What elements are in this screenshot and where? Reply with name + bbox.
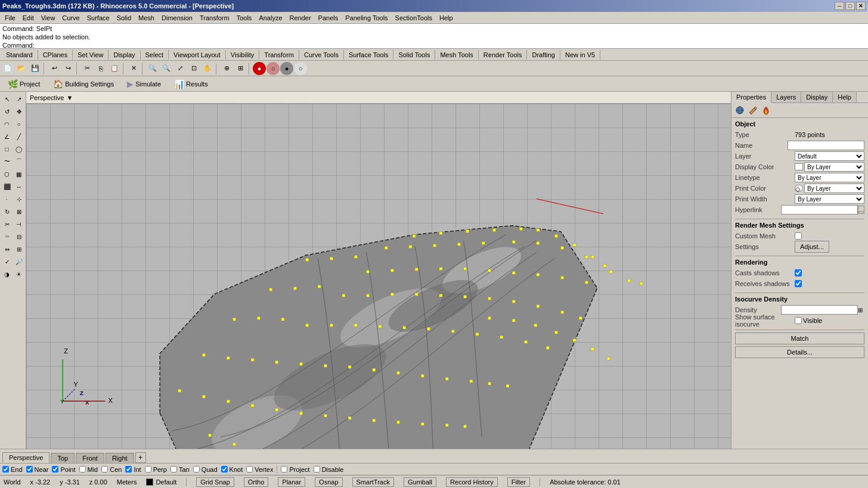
zoom-out[interactable]: 🔍 (160, 62, 173, 75)
tab-solid-tools[interactable]: Solid Tools (393, 50, 435, 60)
show-isocurve-checkbox[interactable] (795, 317, 802, 324)
menu-transform[interactable]: Transform (196, 13, 233, 23)
hyperlink-input[interactable] (781, 205, 858, 215)
render-btn3[interactable]: ● (280, 62, 293, 75)
snap-toggle[interactable]: ⊕ (220, 62, 233, 75)
undo-button[interactable]: ↩ (48, 62, 61, 75)
copy-button[interactable]: ⎘ (94, 62, 107, 75)
menu-render[interactable]: Render (286, 13, 315, 23)
menu-section-tools[interactable]: SectionTools (392, 13, 436, 23)
print-color-swatch[interactable]: ◇ (795, 185, 803, 192)
pan-view[interactable]: ✥ (13, 105, 24, 117)
cut-button[interactable]: ✂ (80, 62, 94, 75)
rect-tool[interactable]: □ (1, 143, 13, 155)
menu-file[interactable]: File (1, 13, 19, 23)
viewport-tab-top[interactable]: Top (51, 453, 75, 463)
menu-paneling-tools[interactable]: Paneling Tools (342, 13, 391, 23)
analyze-tool[interactable]: 🔎 (13, 256, 24, 268)
snap-vertex-checkbox[interactable] (246, 466, 253, 473)
tab-help[interactable]: Help (833, 92, 857, 102)
extend-tool[interactable]: ⊣ (13, 218, 24, 230)
properties-flame-icon[interactable] (760, 104, 772, 116)
casts-shadows-checkbox[interactable] (795, 269, 802, 276)
tab-cplanes[interactable]: CPlanes (38, 50, 73, 60)
viewport-tab-perspective[interactable]: Perspective (2, 452, 49, 463)
ellipse-tool[interactable]: ◯ (13, 143, 24, 155)
layer-select[interactable]: Default (795, 151, 864, 161)
adjust-button[interactable]: Adjust... (795, 241, 829, 253)
array-tool[interactable]: ⊞ (13, 243, 24, 255)
menu-solid[interactable]: Solid (113, 13, 135, 23)
properties-pencil-icon[interactable] (747, 104, 759, 116)
scale-tool[interactable]: ⊠ (13, 206, 24, 217)
tab-layers[interactable]: Layers (771, 92, 801, 102)
zoom-window[interactable]: ⊡ (187, 62, 200, 75)
redo-button[interactable]: ↪ (61, 62, 75, 75)
ortho-button[interactable]: Ortho (244, 477, 269, 487)
command-input[interactable] (36, 42, 727, 49)
rotate-tool[interactable]: ↻ (1, 206, 13, 217)
custom-mesh-checkbox[interactable] (795, 232, 802, 240)
display-color-select[interactable]: By Layer (804, 162, 864, 172)
display-color-swatch[interactable] (795, 163, 803, 170)
menu-edit[interactable]: Edit (19, 13, 38, 23)
tab-curve-tools[interactable]: Curve Tools (299, 50, 344, 60)
check-tool[interactable]: ✓ (1, 256, 13, 268)
dim-tool[interactable]: ↔ (13, 181, 24, 192)
close-button[interactable]: ✕ (856, 2, 866, 10)
viewport-tab-right[interactable]: Right (106, 453, 134, 463)
polyline-tool[interactable]: ∠ (1, 130, 13, 142)
snap-end-checkbox[interactable] (2, 466, 9, 473)
maximize-button[interactable]: □ (845, 2, 855, 10)
menu-help[interactable]: Help (436, 13, 457, 23)
snap-project-checkbox[interactable] (281, 466, 287, 473)
arc-tool[interactable]: ◠ (1, 118, 13, 130)
render-btn2[interactable]: ○ (266, 62, 280, 75)
select-tool[interactable]: ↖ (1, 93, 13, 105)
ortho-toggle[interactable]: ⊞ (234, 62, 247, 75)
trim-tool[interactable]: ✂ (1, 218, 13, 230)
record-history-button[interactable]: Record History (446, 477, 498, 487)
light-tool[interactable]: ☀ (13, 268, 24, 280)
filter-button[interactable]: Filter (507, 477, 530, 487)
snap-quad-checkbox[interactable] (193, 466, 200, 473)
building-settings-button[interactable]: 🏠 Building Settings (48, 77, 119, 91)
snap-mid-checkbox[interactable] (79, 466, 86, 473)
tab-mesh-tools[interactable]: Mesh Tools (435, 50, 478, 60)
snap-int-checkbox[interactable] (125, 466, 132, 473)
solid-tool[interactable]: ⬛ (1, 181, 13, 192)
viewport-dropdown[interactable]: ▼ (66, 94, 73, 101)
receives-shadows-checkbox[interactable] (795, 280, 802, 287)
smarttrack-button[interactable]: SmartTrack (352, 477, 394, 487)
tab-render-tools[interactable]: Render Tools (479, 50, 528, 60)
tab-display[interactable]: Display (108, 50, 140, 60)
save-button[interactable]: 💾 (29, 62, 42, 75)
minimize-button[interactable]: ─ (835, 2, 844, 10)
render-tool[interactable]: ◑ (1, 268, 13, 280)
menu-tools[interactable]: Tools (233, 13, 256, 23)
gumball-button[interactable]: Gumball (404, 477, 436, 487)
match-button[interactable]: Match (735, 332, 864, 344)
tab-select[interactable]: Select (141, 50, 169, 60)
tab-viewport-layout[interactable]: Viewport Layout (169, 50, 226, 60)
viewport-tab-front[interactable]: Front (76, 453, 104, 463)
tab-surface-tools[interactable]: Surface Tools (344, 50, 393, 60)
move-tool[interactable]: ⊹ (13, 193, 24, 205)
snap-perp-checkbox[interactable] (145, 466, 151, 473)
tab-drafting[interactable]: Drafting (527, 50, 560, 60)
snap-point-checkbox[interactable] (52, 466, 58, 473)
offset-tool[interactable]: ⊟ (13, 231, 24, 243)
menu-view[interactable]: View (38, 13, 59, 23)
grid-snap-button[interactable]: Grid Snap (196, 477, 234, 487)
tab-properties[interactable]: Properties (731, 92, 771, 103)
menu-dimension[interactable]: Dimension (158, 13, 196, 23)
new-button[interactable]: 📄 (1, 62, 14, 75)
surface-tool[interactable]: ⬡ (1, 168, 13, 180)
freeform-tool[interactable]: 〜 (1, 156, 13, 167)
project-button[interactable]: 🌿 Project (2, 77, 45, 91)
menu-analyze[interactable]: Analyze (255, 13, 286, 23)
snap-tan-checkbox[interactable] (170, 466, 177, 473)
snap-disable-checkbox[interactable] (314, 466, 320, 473)
planar-button[interactable]: Planar (278, 477, 305, 487)
open-button[interactable]: 📂 (15, 62, 28, 75)
